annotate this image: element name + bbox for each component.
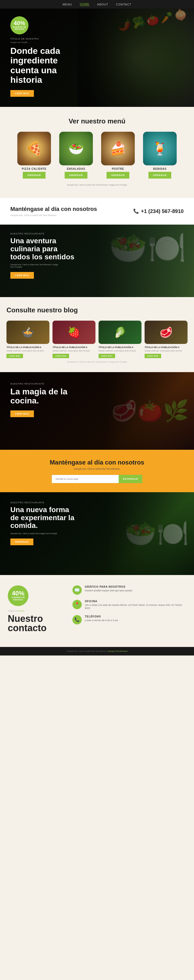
newway-title: Una nueva forma de experimentar la comid… bbox=[10, 506, 78, 530]
footer-text: Sample text. Click to select the Text El… bbox=[67, 650, 107, 652]
newway-subtitle: NUESTRO RESTAURANTE bbox=[10, 501, 184, 504]
restaurant-sample-1: Sample text. Click to select the Text El… bbox=[10, 263, 62, 268]
menu-item-drinks: BEBIDAS ORDENAR bbox=[140, 132, 179, 178]
stay-left: Manténgase al día con nosotros Sample te… bbox=[10, 206, 97, 216]
nav-about[interactable]: ABOUT bbox=[97, 3, 108, 6]
blog-read-more-1[interactable]: LEER MÁS bbox=[6, 354, 23, 358]
menu-drinks-order-button[interactable]: ORDENAR bbox=[148, 172, 172, 178]
contact-office-title: OFICINA bbox=[85, 600, 186, 603]
nav-contact[interactable]: CONTACT bbox=[116, 3, 131, 6]
blog-section-title: Consulte nuestro blog bbox=[6, 306, 188, 314]
newway-sample-text: Sample text. Click to select the image f… bbox=[10, 532, 62, 535]
blog-image-1 bbox=[6, 321, 49, 344]
menu-salad-order-button[interactable]: ORDENAR bbox=[65, 172, 88, 178]
hero-content: 40% ALMUERZO DE NEGOCIOS TÍTULO DE MUEST… bbox=[0, 8, 194, 105]
magic-title: La magia de la cocina. bbox=[10, 387, 78, 405]
footer: Sample text. Click to select the Text El… bbox=[0, 647, 194, 655]
menu-salad-label: ENSALADAS bbox=[67, 167, 85, 170]
menu-item-dessert: POSTRE ORDENAR bbox=[99, 132, 137, 178]
contact-badge: 40% ALMUERZO DE NEGOCIOS bbox=[8, 585, 29, 606]
blog-text-1: Sample small text. Lorem ipsum dolor sit… bbox=[6, 350, 49, 352]
contact-title: Nuestro contacto bbox=[8, 614, 65, 633]
hero-title: Donde cada ingrediente cuenta una histor… bbox=[10, 46, 83, 85]
menu-section: Ver nuestro menú PIZZA CALIENTE ORDENAR … bbox=[0, 107, 194, 198]
blog-card-4: TÍTULO DE LA PUBLICACIÓN 3 Sample small … bbox=[145, 321, 188, 358]
menu-dessert-image bbox=[101, 132, 135, 165]
contact-office-info: OFICINA Ven a visitar a la sede de nuest… bbox=[85, 600, 186, 610]
newway-cta-button[interactable]: ORDENAR bbox=[10, 539, 33, 545]
menu-drinks-label: BEBIDAS bbox=[153, 167, 167, 170]
blog-read-more-2[interactable]: LEER MÁS bbox=[52, 354, 69, 358]
blog-card-2: TÍTULO DE LA PUBLICACIÓN 5 Sample small … bbox=[52, 321, 95, 358]
blog-text-4: Sample small text. Lorem ipsum dolor sit… bbox=[145, 350, 188, 352]
contact-left: 40% ALMUERZO DE NEGOCIOS Imagen de Pexel… bbox=[8, 585, 65, 636]
menu-pizza-image bbox=[17, 132, 51, 165]
magic-subtitle: NUESTRO RESTAURANTE bbox=[10, 382, 184, 385]
discount-badge: 40% ALMUERZO DE NEGOCIOS bbox=[10, 16, 29, 34]
menu-drinks-image bbox=[143, 132, 177, 165]
blog-title-4: TÍTULO DE LA PUBLICACIÓN 3 bbox=[145, 346, 188, 348]
menu-dessert-order-button[interactable]: ORDENAR bbox=[107, 172, 130, 178]
newsletter-title: Manténgase al día con nosotros bbox=[16, 459, 178, 466]
menu-item-salad: ENSALADAS ORDENAR bbox=[57, 132, 95, 178]
contact-graphic-item: ✉️ GRÁFICO PARA NOSOTROS Nuestro amable … bbox=[72, 585, 186, 595]
menu-pizza-order-button[interactable]: ORDENAR bbox=[23, 172, 46, 178]
contact-graphic-text: Nuestro amable equipo está aquí para ayu… bbox=[85, 589, 133, 592]
blog-read-more-3[interactable]: LEER MÁS bbox=[99, 354, 115, 358]
magic-section: NUESTRO RESTAURANTE La magia de la cocin… bbox=[0, 372, 194, 450]
footer-link[interactable]: Sample Text Element bbox=[108, 650, 127, 652]
restaurant-cta-button-1[interactable]: LEER MÁS bbox=[10, 272, 34, 279]
blog-card-3: TÍTULO DE LA PUBLICACIÓN 4 Sample small … bbox=[99, 321, 142, 358]
contact-graphic-title: GRÁFICO PARA NOSOTROS bbox=[85, 585, 133, 588]
hero-cta-button[interactable]: LEER MÁS bbox=[10, 90, 34, 97]
stay-right: 📞 +1 (234) 567-8910 bbox=[133, 208, 184, 214]
nav-menu[interactable]: MENU bbox=[63, 3, 72, 6]
blog-grid: TÍTULO DE LA PUBLICACIÓN 6 Sample small … bbox=[6, 321, 188, 358]
restaurant-hero-1: NUESTRO RESTAURANTE Una aventura culinar… bbox=[0, 224, 194, 297]
phone-icon: 📞 bbox=[72, 615, 82, 624]
nav-home[interactable]: HOME bbox=[80, 3, 89, 6]
phone-number: +1 (234) 567-8910 bbox=[141, 208, 184, 214]
newsletter-section: Manténgase al día con nosotros Sample te… bbox=[0, 450, 194, 492]
blog-image-3 bbox=[99, 321, 142, 344]
hero-section: 40% ALMUERZO DE NEGOCIOS TÍTULO DE MUEST… bbox=[0, 8, 194, 107]
menu-grid: PIZZA CALIENTE ORDENAR ENSALADAS ORDENAR… bbox=[8, 132, 186, 178]
phone-icon: 📞 bbox=[133, 208, 139, 214]
newsletter-submit-button[interactable]: ENTREGAR bbox=[119, 475, 142, 483]
newsletter-form: ENTREGAR bbox=[52, 475, 142, 483]
stay-updated-section: Manténgase al día con nosotros Sample te… bbox=[0, 198, 194, 224]
contact-phone-title: TELÉFONO bbox=[85, 615, 118, 618]
blog-text-2: Sample small text. Lorem ipsum dolor sit… bbox=[52, 350, 95, 352]
stay-title: Manténgase al día con nosotros bbox=[10, 206, 97, 212]
magic-content: NUESTRO RESTAURANTE La magia de la cocin… bbox=[0, 372, 194, 428]
blog-bottom-text: Sample text. Click to select the Text El… bbox=[6, 361, 188, 363]
blog-read-more-4[interactable]: LEER MÁS bbox=[145, 354, 161, 358]
restaurant-subtitle-1: NUESTRO RESTAURANTE bbox=[10, 232, 184, 235]
newway-content: NUESTRO RESTAURANTE Una nueva forma de e… bbox=[0, 492, 194, 554]
location-icon: 📍 bbox=[72, 600, 82, 609]
badge-percent: 40% bbox=[14, 21, 25, 26]
graphic-icon: ✉️ bbox=[72, 585, 82, 595]
contact-badge-percent: 40% bbox=[12, 590, 24, 597]
contact-image-link[interactable]: Pexels bbox=[18, 610, 24, 612]
contact-phone-item: 📞 TELÉFONO Lunes a viernes de 8 am a 5 a… bbox=[72, 615, 186, 624]
hero-image-credit: Imagen de Freepik bbox=[10, 41, 184, 43]
menu-pizza-label: PIZZA CALIENTE bbox=[22, 167, 46, 170]
contact-graphic-info: GRÁFICO PARA NOSOTROS Nuestro amable equ… bbox=[85, 585, 133, 592]
menu-item-pizza: PIZZA CALIENTE ORDENAR bbox=[15, 132, 54, 178]
blog-title-3: TÍTULO DE LA PUBLICACIÓN 4 bbox=[99, 346, 142, 348]
menu-section-title: Ver nuestro menú bbox=[8, 117, 186, 125]
contact-image-credit: Imagen de Pexels bbox=[8, 610, 65, 612]
contact-phone-info: TELÉFONO Lunes a viernes de 8 am a 5 am bbox=[85, 615, 118, 622]
magic-cta-button[interactable]: LEER MÁS bbox=[10, 410, 34, 417]
blog-image-4 bbox=[145, 321, 188, 344]
badge-subtitle: ALMUERZO DE NEGOCIOS bbox=[10, 26, 29, 30]
contact-right: ✉️ GRÁFICO PARA NOSOTROS Nuestro amable … bbox=[72, 585, 186, 630]
contact-section: 40% ALMUERZO DE NEGOCIOS Imagen de Pexel… bbox=[0, 575, 194, 647]
newsletter-email-input[interactable] bbox=[52, 475, 119, 483]
restaurant-title-1: Una aventura culinaria para todos los se… bbox=[10, 237, 75, 261]
stay-sample-text: Sample text. Click to select the Text El… bbox=[10, 214, 97, 216]
blog-section: Consulte nuestro blog TÍTULO DE LA PUBLI… bbox=[0, 297, 194, 372]
blog-title-1: TÍTULO DE LA PUBLICACIÓN 6 bbox=[6, 346, 49, 348]
phone-row: 📞 +1 (234) 567-8910 bbox=[133, 208, 184, 214]
